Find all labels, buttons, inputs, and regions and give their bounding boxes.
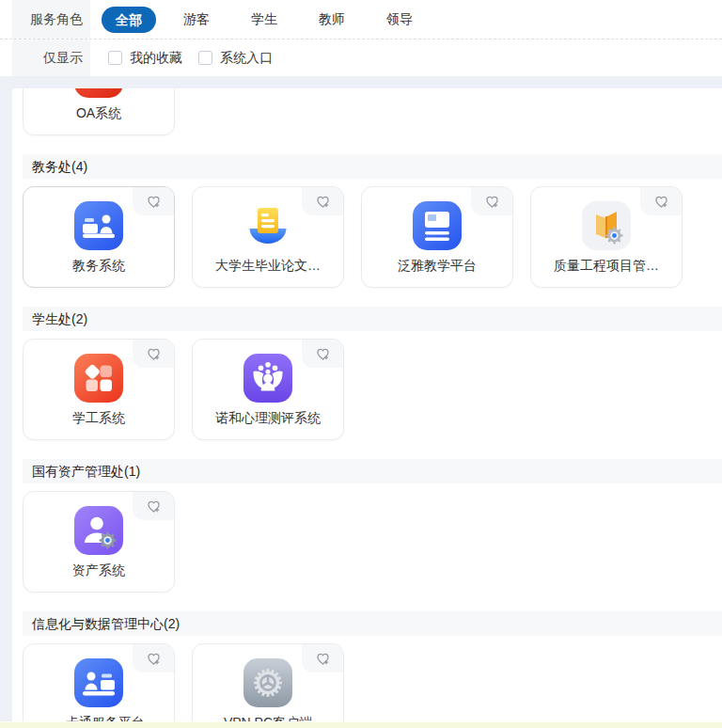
- app-card-quality-project[interactable]: 质量工程项目管…: [530, 186, 683, 288]
- heart-plus-icon: [315, 651, 331, 667]
- filter-bar: 服务角色 全部 游客 学生 教师 领导 仅显示 我的收藏 系统入口: [0, 0, 722, 76]
- favorite-button[interactable]: [133, 187, 174, 215]
- heart-plus-icon: [146, 346, 162, 362]
- app-card-asset-system[interactable]: 资产系统: [23, 491, 175, 593]
- favorite-button[interactable]: [302, 340, 343, 368]
- heart-plus-icon: [484, 194, 500, 210]
- psych-test-icon: [242, 352, 294, 404]
- student-work-icon: [72, 352, 125, 404]
- app-card-student-work[interactable]: 学工系统: [23, 339, 175, 440]
- cards-row: 教务系统 大学生毕业论文… 泛雅教学平台: [23, 186, 722, 288]
- app-list: OA系统 教务处(4) 教务系统 大学生毕业论文…: [12, 88, 722, 721]
- app-name: 一卡通服务平台: [53, 715, 145, 721]
- app-name: VPN PC客户端: [224, 715, 312, 721]
- app-name: 教务系统: [72, 258, 125, 275]
- role-tab-all[interactable]: 全部: [102, 7, 156, 33]
- cards-row: 学工系统 诺和心理测评系统: [23, 339, 722, 440]
- app-name: 诺和心理测评系统: [215, 410, 321, 427]
- app-name: OA系统: [76, 105, 121, 122]
- academic-affairs-icon: [72, 199, 125, 252]
- app-card-vpn-client[interactable]: VPN PC客户端: [192, 643, 344, 721]
- heart-plus-icon: [315, 194, 331, 210]
- section-title: 教务处(4): [23, 154, 722, 179]
- thesis-platform-icon: [242, 199, 294, 252]
- role-tab-leader[interactable]: 领导: [386, 11, 413, 28]
- favorites-checkbox[interactable]: [108, 51, 122, 65]
- quality-project-icon: [580, 199, 633, 252]
- favorite-button[interactable]: [302, 644, 343, 673]
- oa-card-slot: OA系统: [12, 88, 722, 135]
- app-name: 学工系统: [72, 410, 125, 427]
- app-name: 资产系统: [72, 562, 125, 579]
- section-title: 学生处(2): [23, 307, 722, 331]
- asset-system-icon: [72, 504, 125, 557]
- heart-plus-icon: [146, 651, 162, 667]
- cards-row: 资产系统: [23, 491, 722, 593]
- app-name: 泛雅教学平台: [398, 258, 477, 275]
- heart-plus-icon: [653, 194, 669, 210]
- system-entry-checkbox[interactable]: [198, 51, 212, 65]
- app-card-thesis-platform[interactable]: 大学生毕业论文…: [192, 186, 344, 288]
- favorite-button[interactable]: [302, 187, 343, 215]
- favorites-checkbox-group[interactable]: 我的收藏: [108, 50, 182, 67]
- favorite-button[interactable]: [133, 492, 174, 520]
- role-tabs: 全部 游客 学生 教师 领导: [95, 0, 433, 39]
- system-entry-checkbox-group[interactable]: 系统入口: [198, 50, 273, 67]
- app-card-oa-system[interactable]: OA系统: [23, 88, 175, 135]
- section-title: 信息化与数据管理中心(2): [23, 611, 722, 636]
- app-card-academic-affairs[interactable]: 教务系统: [23, 186, 175, 288]
- section-title: 国有资产管理处(1): [23, 459, 722, 483]
- favorites-checkbox-label: 我的收藏: [130, 50, 182, 67]
- vpn-client-icon: [242, 657, 294, 709]
- app-card-fanya-teaching[interactable]: 泛雅教学平台: [361, 186, 513, 288]
- role-tab-student[interactable]: 学生: [251, 11, 277, 28]
- only-show-label: 仅显示: [12, 40, 90, 76]
- service-role-label: 服务角色: [12, 0, 90, 39]
- cards-row: 一卡通服务平台 VPN PC客户端: [23, 643, 722, 721]
- favorite-button[interactable]: [133, 340, 174, 368]
- app-card-psych-test[interactable]: 诺和心理测评系统: [192, 339, 344, 440]
- heart-plus-icon: [315, 346, 331, 362]
- campus-card-icon: [72, 657, 125, 709]
- favorite-button[interactable]: [133, 644, 174, 673]
- app-name: 大学生毕业论文…: [215, 258, 321, 275]
- heart-plus-icon: [146, 499, 162, 514]
- heart-plus-icon: [146, 194, 162, 210]
- favorite-button[interactable]: [471, 187, 512, 215]
- favorite-button[interactable]: [640, 187, 682, 215]
- app-name: 质量工程项目管…: [554, 258, 659, 275]
- role-tab-teacher[interactable]: 教师: [319, 11, 345, 28]
- fanya-teaching-icon: [411, 199, 463, 252]
- bottom-strip: [0, 721, 722, 728]
- system-entry-checkbox-label: 系统入口: [220, 50, 273, 67]
- role-tab-visitor[interactable]: 游客: [183, 11, 210, 28]
- app-card-campus-card[interactable]: 一卡通服务平台: [23, 643, 175, 721]
- oa-system-icon: [72, 88, 125, 100]
